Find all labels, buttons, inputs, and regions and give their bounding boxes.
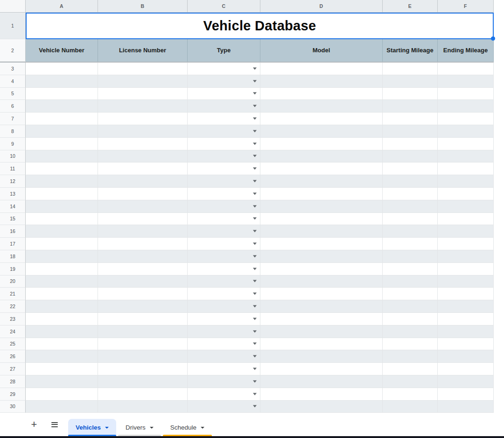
- type-dropdown-cell[interactable]: [188, 288, 260, 300]
- row-header[interactable]: 27: [0, 363, 26, 375]
- cell[interactable]: [438, 288, 494, 300]
- cell[interactable]: [98, 63, 188, 75]
- type-dropdown-cell[interactable]: [188, 363, 260, 375]
- cell[interactable]: [98, 276, 188, 288]
- cell[interactable]: [383, 88, 438, 100]
- cell[interactable]: [260, 200, 383, 213]
- cell[interactable]: [260, 238, 383, 250]
- cell[interactable]: [438, 175, 494, 188]
- dropdown-arrow-icon[interactable]: [253, 380, 257, 382]
- type-dropdown-cell[interactable]: [188, 188, 260, 200]
- cell[interactable]: [26, 238, 98, 250]
- cell[interactable]: [383, 225, 438, 238]
- cell[interactable]: [260, 175, 383, 188]
- row-header[interactable]: 7: [0, 113, 26, 125]
- row-header[interactable]: 16: [0, 225, 26, 238]
- type-dropdown-cell[interactable]: [188, 300, 260, 313]
- type-dropdown-cell[interactable]: [188, 350, 260, 363]
- cell[interactable]: [438, 238, 494, 250]
- row-header[interactable]: 6: [0, 100, 26, 113]
- cell[interactable]: [98, 88, 188, 100]
- type-dropdown-cell[interactable]: [188, 88, 260, 100]
- cell[interactable]: [383, 113, 438, 125]
- cell[interactable]: [438, 150, 494, 163]
- cell[interactable]: [260, 225, 383, 238]
- cell[interactable]: [438, 113, 494, 125]
- cell[interactable]: [98, 325, 188, 338]
- cell[interactable]: [26, 88, 98, 100]
- cell[interactable]: [383, 213, 438, 226]
- cell[interactable]: [383, 238, 438, 250]
- header-cell-model[interactable]: Model: [260, 39, 383, 62]
- cell[interactable]: [438, 313, 494, 325]
- cell[interactable]: [26, 63, 98, 75]
- type-dropdown-cell[interactable]: [188, 263, 260, 276]
- dropdown-arrow-icon[interactable]: [253, 155, 257, 157]
- cell[interactable]: [26, 401, 98, 413]
- dropdown-arrow-icon[interactable]: [253, 67, 257, 70]
- cell[interactable]: [26, 338, 98, 351]
- type-dropdown-cell[interactable]: [188, 63, 260, 75]
- cell[interactable]: [98, 313, 188, 325]
- type-dropdown-cell[interactable]: [188, 401, 260, 413]
- cell[interactable]: [98, 238, 188, 250]
- cell[interactable]: [98, 363, 188, 375]
- cell[interactable]: [260, 162, 383, 175]
- type-dropdown-cell[interactable]: [188, 225, 260, 238]
- cell[interactable]: [98, 188, 188, 200]
- row-header[interactable]: 29: [0, 388, 26, 401]
- cell[interactable]: [26, 75, 98, 88]
- cell[interactable]: [438, 138, 494, 150]
- cell[interactable]: [260, 363, 383, 375]
- cell[interactable]: [26, 363, 98, 375]
- cell[interactable]: [438, 162, 494, 175]
- type-dropdown-cell[interactable]: [188, 100, 260, 113]
- cell[interactable]: [260, 375, 383, 388]
- dropdown-arrow-icon[interactable]: [253, 255, 257, 257]
- cell[interactable]: [98, 250, 188, 263]
- cell[interactable]: [98, 138, 188, 150]
- type-dropdown-cell[interactable]: [188, 375, 260, 388]
- cell[interactable]: [438, 325, 494, 338]
- add-sheet-button[interactable]: +: [27, 416, 41, 433]
- dropdown-arrow-icon[interactable]: [253, 180, 257, 183]
- cell[interactable]: [438, 338, 494, 351]
- cell[interactable]: [383, 75, 438, 88]
- tab-schedule[interactable]: Schedule: [163, 419, 212, 436]
- cell[interactable]: [260, 288, 383, 300]
- type-dropdown-cell[interactable]: [188, 250, 260, 263]
- dropdown-arrow-icon[interactable]: [253, 118, 257, 120]
- cell[interactable]: [383, 388, 438, 401]
- dropdown-arrow-icon[interactable]: [253, 393, 257, 395]
- type-dropdown-cell[interactable]: [188, 338, 260, 351]
- cell[interactable]: [98, 375, 188, 388]
- dropdown-arrow-icon[interactable]: [253, 293, 257, 295]
- header-cell-type[interactable]: Type: [188, 39, 260, 62]
- cell[interactable]: [260, 150, 383, 163]
- cell[interactable]: [26, 325, 98, 338]
- dropdown-arrow-icon[interactable]: [253, 330, 257, 332]
- dropdown-arrow-icon[interactable]: [253, 305, 257, 308]
- cell[interactable]: [26, 113, 98, 125]
- cell[interactable]: [26, 125, 98, 138]
- cell[interactable]: [260, 88, 383, 100]
- cell[interactable]: [260, 138, 383, 150]
- cell[interactable]: [98, 350, 188, 363]
- cell[interactable]: [438, 263, 494, 276]
- header-cell-ending-mileage[interactable]: Ending Mileage: [438, 39, 494, 62]
- cell[interactable]: [26, 288, 98, 300]
- cell[interactable]: [383, 200, 438, 213]
- cell[interactable]: [438, 200, 494, 213]
- cell[interactable]: [98, 125, 188, 138]
- cell[interactable]: [98, 263, 188, 276]
- column-header-c[interactable]: C: [188, 0, 260, 13]
- cell[interactable]: [26, 100, 98, 113]
- cell[interactable]: [438, 125, 494, 138]
- dropdown-arrow-icon[interactable]: [253, 218, 257, 220]
- row-header[interactable]: 17: [0, 238, 26, 250]
- cell[interactable]: [260, 125, 383, 138]
- dropdown-arrow-icon[interactable]: [253, 192, 257, 195]
- type-dropdown-cell[interactable]: [188, 313, 260, 325]
- dropdown-arrow-icon[interactable]: [253, 92, 257, 95]
- cell[interactable]: [438, 375, 494, 388]
